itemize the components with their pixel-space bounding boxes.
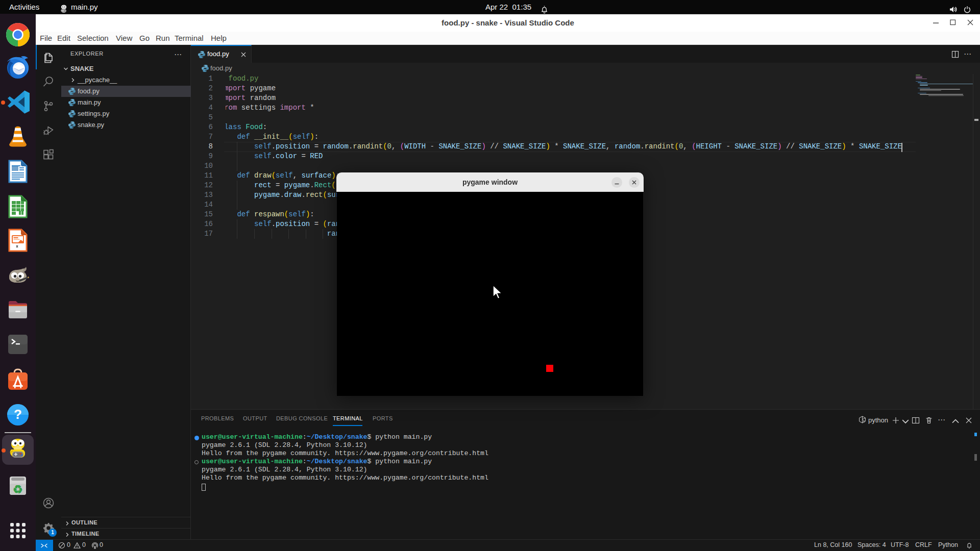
svg-text:♻: ♻ — [13, 483, 23, 496]
svg-text:?: ? — [14, 407, 22, 422]
